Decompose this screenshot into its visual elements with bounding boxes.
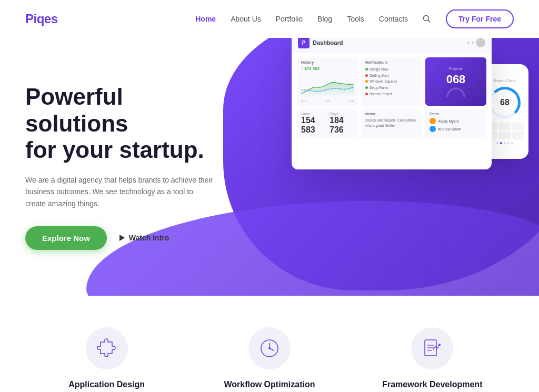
team-member-2: Andrew Smith [438,127,461,131]
try-free-button[interactable]: Try For Free [446,9,514,28]
workflow-title: Workflow Optimization [224,380,315,389]
team-widget: Team Alexis Myers Andrew Smith [425,109,486,138]
notifications-label: Notifications [365,61,418,64]
hero-section: Powerful solutions for your startup. We … [0,38,539,296]
phone-grid-item [499,123,511,130]
framework-icon-wrap [411,327,453,369]
svg-point-3 [447,88,464,97]
feature-workflow: Workflow Optimization The improvement of… [206,327,333,392]
svg-point-2 [447,88,464,97]
header-dot [472,42,474,44]
notif-dot [365,93,368,95]
workflow-icon-wrap [248,327,291,369]
hero-actions: Explore Now Watch Intro [25,226,227,250]
puzzle-icon [96,338,117,359]
stat1-label: Order [301,112,325,116]
news-text: Stories and Reports. Competition who is … [365,118,418,128]
team-label: Team [430,112,482,116]
nav-portfolio[interactable]: Portfolio [276,15,303,23]
clock-icon [259,338,280,359]
feature-framework: Framework Development Design and constru… [369,327,495,392]
logo-text: Piqes [25,12,58,26]
projects-widget: Projects 068 [425,57,486,106]
stat1-value: 154 583 [301,116,325,135]
history-value: ↑ $75 583 [301,66,354,71]
dashboard-header-right [467,38,485,47]
stat2-value: 184 736 [330,116,354,135]
dashboard-body: History ↑ $75 583 [292,53,492,142]
dashboard-header: P Dashboard [292,38,492,53]
nav-home[interactable]: Home [195,15,216,23]
notif-dot [365,86,368,89]
gauge-value: 68 [500,98,510,107]
search-icon[interactable] [423,15,431,23]
phone-dot [507,142,510,144]
hero-dashboard-mockup: P Dashboard History ↑ $75 583 [292,38,528,169]
projects-label: Projects [449,67,462,71]
hero-content: Powerful solutions for your startup. We … [0,84,253,250]
phone-grid-item [512,132,524,139]
hero-description: We are a digital agency that helps brand… [25,174,215,209]
phone-dot-active [500,142,502,144]
team-avatar-2 [430,126,436,132]
phone-grid-item [499,132,511,139]
phone-grid-item [512,123,524,130]
nav-tools[interactable]: Tools [347,15,364,23]
projects-value: 068 [446,73,466,86]
app-design-title: Application Design [68,380,145,389]
nav-about[interactable]: About Us [231,15,261,23]
dashboard-card: P Dashboard History ↑ $75 583 [292,38,492,169]
phone-dot [511,142,513,144]
explore-now-button[interactable]: Explore Now [25,226,107,250]
main-nav: Home About Us Portfolio Blog Tools Conta… [195,9,514,28]
news-label: News [365,112,418,116]
app-design-icon-wrap [86,327,128,369]
user-avatar [476,38,485,47]
notifications-widget: Notifications Design Flow Getting Start … [361,57,422,106]
dashboard-logo: P [298,38,310,48]
team-list: Alexis Myers Andrew Smith [430,118,482,132]
nav-contacts[interactable]: Contacts [379,15,408,23]
dashboard-title: Dashboard [313,39,343,46]
team-member-1: Alexis Myers [438,119,459,123]
hero-title: Powerful solutions for your startup. [25,84,227,164]
phone-nav-dots [496,142,513,144]
team-avatar-1 [430,118,436,124]
svg-line-1 [428,21,431,23]
stat2-label: Plays [330,112,354,116]
chart-document-icon [422,338,443,359]
nav-blog[interactable]: Blog [317,15,332,23]
framework-title: Framework Development [382,380,482,389]
history-label: History [301,61,354,64]
header-dot [467,42,470,44]
history-chart [301,73,354,99]
notifications-list: Design Flow Getting Start Windows Square… [365,66,418,97]
gauge-circle: 68 [489,87,521,118]
projects-chart [445,86,466,97]
feature-app-design: Application Design Creating a unique des… [44,327,170,392]
logo[interactable]: Piqes [25,12,58,26]
watch-intro-button[interactable]: Watch Intro [119,234,169,242]
phone-label: Reward Data [494,79,516,83]
phone-dot [504,142,506,144]
notif-dot [365,74,368,77]
notif-dot [365,80,368,83]
news-widget: News Stories and Reports. Competition wh… [361,109,422,138]
header: Piqes Home About Us Portfolio Blog Tools… [0,0,539,38]
stat1-widget: Order 154 583 Plays 184 736 [297,109,358,138]
svg-point-12 [438,344,441,346]
play-icon [119,235,125,241]
notif-dot [365,68,368,71]
svg-point-7 [268,347,271,349]
features-section: Application Design Creating a unique des… [0,296,539,392]
history-widget: History ↑ $75 583 [297,57,358,106]
phone-dot [496,142,498,144]
